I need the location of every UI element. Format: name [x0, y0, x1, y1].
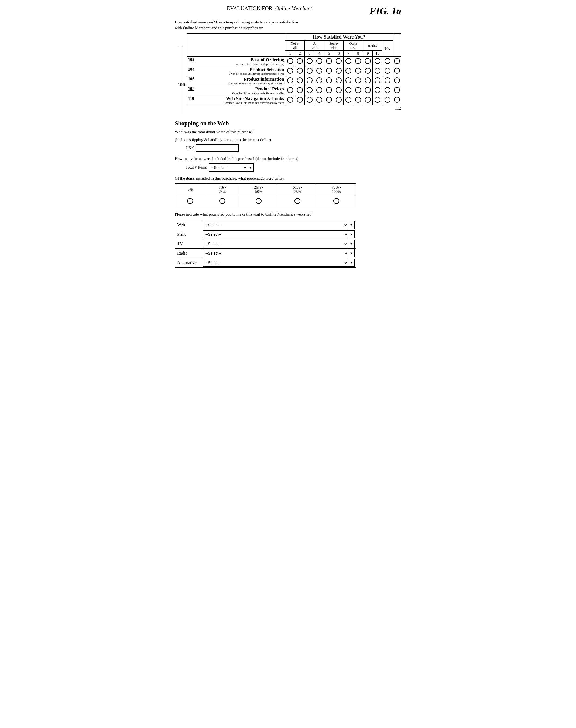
radio-circle-1-6[interactable] [345, 68, 351, 74]
radio-circle-1-1[interactable] [297, 68, 303, 74]
radio-4-6[interactable] [344, 95, 353, 105]
radio-circle-2-8[interactable] [365, 77, 371, 83]
radio-1-4[interactable] [324, 66, 334, 76]
prompted-select-2[interactable]: --Select-- [203, 240, 348, 248]
radio-circle-4-2[interactable] [307, 97, 313, 103]
radio-1-5[interactable] [334, 66, 344, 76]
radio-4-2[interactable] [305, 95, 314, 105]
radio-circle-0-4[interactable] [326, 58, 332, 64]
radio-circle-2-2[interactable] [307, 77, 313, 83]
radio-circle-3-6[interactable] [345, 87, 351, 93]
radio-0-6[interactable] [344, 57, 353, 66]
radio-4-8[interactable] [363, 95, 373, 105]
gift-radio-circle-1[interactable] [219, 198, 225, 204]
radio-3-1[interactable] [295, 86, 305, 95]
radio-3-9[interactable] [373, 86, 382, 95]
radio-circle-2-5[interactable] [336, 77, 342, 83]
radio-1-3[interactable] [314, 66, 324, 76]
prompted-arrow-1[interactable]: ▼ [348, 231, 354, 238]
radio-circle-4-4[interactable] [326, 97, 332, 103]
radio-0-5[interactable] [334, 57, 344, 66]
radio-4-3[interactable] [314, 95, 324, 105]
radio-circle-0-10[interactable] [384, 58, 391, 64]
radio-2-3[interactable] [314, 76, 324, 86]
radio-3-3[interactable] [314, 86, 324, 95]
radio-2-0[interactable] [285, 76, 295, 86]
radio-circle-4-0[interactable] [287, 97, 293, 103]
radio-circle-2-0[interactable] [287, 77, 293, 83]
radio-circle-2-3[interactable] [316, 77, 322, 83]
radio-2-1[interactable] [295, 76, 305, 86]
prompted-select-4[interactable]: --Select-- [203, 259, 348, 267]
radio-4-4[interactable] [324, 95, 334, 105]
radio-2-4[interactable] [324, 76, 334, 86]
radio-circle-1-3[interactable] [316, 68, 322, 74]
radio-1-1[interactable] [295, 66, 305, 76]
prompted-select-0[interactable]: --Select-- [203, 221, 348, 229]
radio-circle-1-10[interactable] [384, 68, 391, 74]
radio-circle-3-2[interactable] [307, 87, 313, 93]
radio-2-10[interactable] [382, 76, 393, 86]
radio-circle-3-8[interactable] [365, 87, 371, 93]
radio-circle-3-7[interactable] [355, 87, 361, 93]
radio-4-0[interactable] [285, 95, 295, 105]
radio-2-7[interactable] [353, 76, 363, 86]
radio-circle-1-4[interactable] [326, 68, 332, 74]
gift-radio-circle-0[interactable] [187, 198, 193, 204]
radio-circle-0-8[interactable] [365, 58, 371, 64]
radio-0-4[interactable] [324, 57, 334, 66]
prompted-select-1[interactable]: --Select-- [203, 231, 348, 238]
radio-1-2[interactable] [305, 66, 314, 76]
radio-1-10[interactable] [382, 66, 393, 76]
radio-1-7[interactable] [353, 66, 363, 76]
gift-radio-4[interactable] [317, 196, 356, 207]
radio-4-5[interactable] [334, 95, 344, 105]
radio-circle-0-6[interactable] [345, 58, 351, 64]
gift-radio-1[interactable] [205, 196, 239, 207]
radio-2-5[interactable] [334, 76, 344, 86]
radio-2-9[interactable] [373, 76, 382, 86]
radio-circle-0-1[interactable] [297, 58, 303, 64]
total-items-select[interactable]: --Select-- [209, 164, 247, 171]
radio-circle-3-10[interactable] [384, 87, 391, 93]
radio-circle-2-7[interactable] [355, 77, 361, 83]
radio-circle-0-7[interactable] [355, 58, 361, 64]
radio-1-6[interactable] [344, 66, 353, 76]
radio-circle-1-7[interactable] [355, 68, 361, 74]
prompted-arrow-0[interactable]: ▼ [348, 221, 354, 229]
radio-circle-2-4[interactable] [326, 77, 332, 83]
radio-extra-4[interactable] [394, 97, 400, 103]
radio-circle-4-10[interactable] [384, 97, 391, 103]
radio-circle-4-5[interactable] [336, 97, 342, 103]
gift-radio-2[interactable] [239, 196, 278, 207]
radio-0-8[interactable] [363, 57, 373, 66]
radio-circle-2-9[interactable] [375, 77, 380, 83]
radio-1-0[interactable] [285, 66, 295, 76]
radio-2-6[interactable] [344, 76, 353, 86]
radio-circle-0-9[interactable] [375, 58, 380, 64]
radio-circle-2-1[interactable] [297, 77, 303, 83]
radio-circle-4-3[interactable] [316, 97, 322, 103]
radio-circle-0-5[interactable] [336, 58, 342, 64]
radio-circle-4-6[interactable] [345, 97, 351, 103]
radio-4-7[interactable] [353, 95, 363, 105]
gift-radio-circle-2[interactable] [256, 198, 262, 204]
radio-extra-2[interactable] [394, 77, 400, 83]
radio-circle-0-2[interactable] [307, 58, 313, 64]
gift-radio-3[interactable] [278, 196, 317, 207]
radio-circle-2-6[interactable] [345, 77, 351, 83]
radio-circle-1-2[interactable] [307, 68, 313, 74]
radio-circle-0-0[interactable] [287, 58, 293, 64]
radio-3-5[interactable] [334, 86, 344, 95]
radio-3-7[interactable] [353, 86, 363, 95]
radio-extra-0[interactable] [394, 58, 400, 64]
radio-2-2[interactable] [305, 76, 314, 86]
radio-circle-3-1[interactable] [297, 87, 303, 93]
radio-3-6[interactable] [344, 86, 353, 95]
prompted-select-3[interactable]: --Select-- [203, 250, 348, 257]
radio-circle-3-3[interactable] [316, 87, 322, 93]
radio-circle-4-1[interactable] [297, 97, 303, 103]
radio-circle-2-10[interactable] [384, 77, 391, 83]
radio-3-4[interactable] [324, 86, 334, 95]
gift-radio-circle-4[interactable] [333, 198, 339, 204]
